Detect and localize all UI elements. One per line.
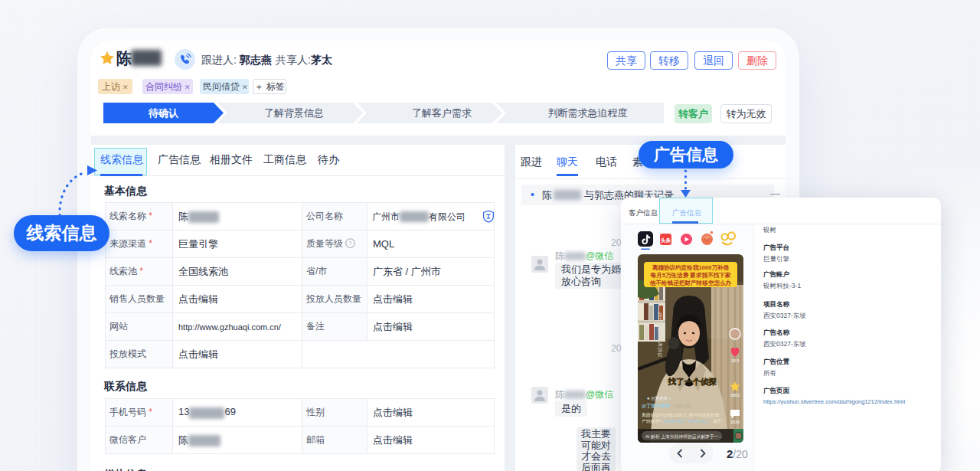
svg-text:找了一个侦探: 找了一个侦探 <box>668 377 717 386</box>
svg-text:离婚协议约定给我1000万补偿: 离婚协议约定给我1000万补偿 <box>652 264 730 271</box>
svg-text:@丁法兰律师 · 5月14日: @丁法兰律师 · 5月14日 <box>642 403 691 409</box>
svg-text:33.5: 33.5 <box>731 358 740 363</box>
svg-text:婚代部视权谈离协议: 婚代部视权谈离协议 <box>657 312 663 358</box>
svg-text:?: ? <box>349 240 353 247</box>
svg-text:他不给钱还把财产转移空怎么办: 他不给钱还把财产转移空怎么办 <box>649 280 732 286</box>
svg-text:每月5万生活费 要求我不找下家: 每月5万生活费 要求我不找下家 <box>649 272 730 279</box>
svg-text:离婚协议约定给1000万 他不给钱还把财: 离婚协议约定给1000万 他不给钱还把财 <box>642 412 720 418</box>
svg-text:3063: 3063 <box>730 393 740 397</box>
svg-text:● 点赞推荐 >: ● 点赞推荐 > <box>647 396 671 401</box>
svg-text:头条: 头条 <box>661 237 671 244</box>
svg-text:AI 解析 上海实姐律师协运从解萝于一...: AI 解析 上海实姐律师协运从解萝于一... <box>645 433 723 440</box>
svg-text:1516: 1516 <box>730 420 740 424</box>
svg-text:产转移空? #离婚 #财产 #律师 #法... 展开: 产转移空? #离婚 #财产 #律师 #法... 展开 <box>642 418 722 424</box>
